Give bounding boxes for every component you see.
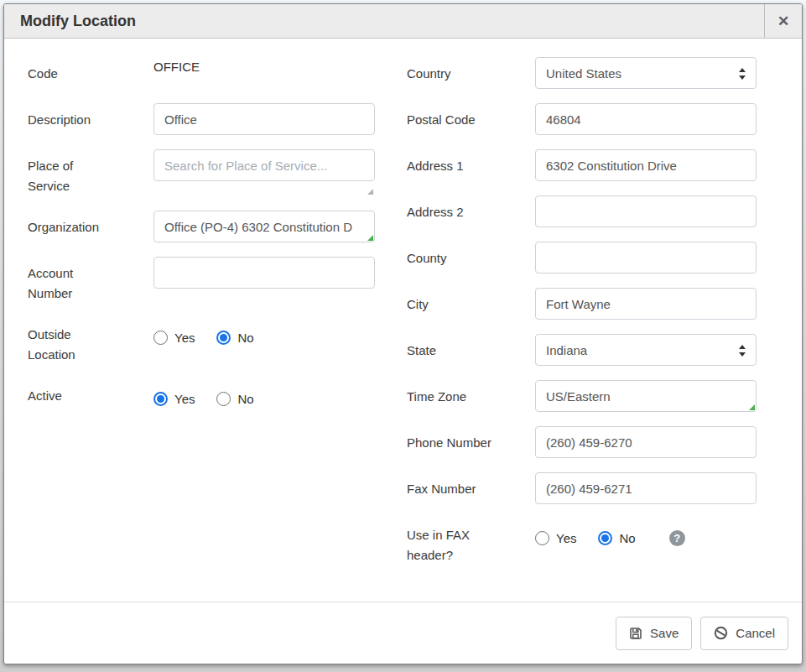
time-zone-row: Time Zone	[407, 380, 757, 412]
active-label: Active	[28, 379, 153, 411]
phone-number-row: Phone Number	[407, 426, 757, 458]
phone-number-label: Phone Number	[407, 426, 535, 458]
county-label: County	[407, 242, 535, 273]
place-of-service-row: Place of Service	[28, 149, 375, 196]
radio-label: No	[237, 331, 253, 345]
dialog-title: Modify Location	[4, 4, 764, 38]
save-icon	[629, 627, 642, 640]
typeahead-corner-icon	[749, 404, 755, 410]
cancel-icon	[714, 626, 728, 640]
place-of-service-label: Place of Service	[28, 149, 153, 196]
description-input[interactable]	[153, 103, 375, 135]
address1-label: Address 1	[407, 149, 535, 181]
county-input[interactable]	[535, 242, 757, 273]
select-arrows-icon	[738, 344, 746, 360]
postal-code-row: Postal Code	[407, 103, 757, 135]
country-row: Country United States	[407, 57, 757, 89]
city-row: City	[407, 288, 757, 320]
use-in-fax-header-row: Use in FAX header? Yes No ?	[407, 518, 757, 565]
modify-location-dialog: Modify Location ✕ Code OFFICE Descriptio…	[3, 3, 803, 664]
typeahead-corner-icon	[367, 189, 373, 195]
country-select-value: United States	[546, 66, 621, 81]
active-yes-option[interactable]: Yes	[153, 392, 195, 406]
select-arrows-icon	[738, 67, 746, 83]
phone-number-input[interactable]	[535, 426, 757, 458]
code-row: Code OFFICE	[28, 57, 375, 89]
organization-input[interactable]	[153, 211, 375, 242]
postal-code-label: Postal Code	[407, 103, 535, 135]
close-button[interactable]: ✕	[764, 4, 802, 38]
city-input[interactable]	[535, 288, 757, 320]
time-zone-label: Time Zone	[407, 380, 535, 412]
address2-label: Address 2	[407, 195, 535, 227]
radio-icon[interactable]	[153, 392, 168, 406]
radio-icon[interactable]	[535, 531, 549, 545]
country-select[interactable]: United States	[535, 57, 757, 89]
cancel-button[interactable]: Cancel	[700, 617, 788, 650]
address1-row: Address 1	[407, 149, 757, 181]
city-label: City	[407, 288, 535, 320]
active-no-option[interactable]: No	[216, 392, 253, 406]
active-radio-group: Yes No	[153, 379, 254, 411]
use-in-fax-header-label: Use in FAX header?	[407, 518, 535, 565]
dialog-body: Code OFFICE Description Place of Service	[4, 39, 802, 602]
radio-icon[interactable]	[216, 331, 231, 345]
address1-input[interactable]	[535, 149, 757, 181]
form-column-left: Code OFFICE Description Place of Service	[28, 57, 375, 602]
outside-location-label: Outside Location	[28, 318, 153, 365]
county-row: County	[407, 242, 757, 273]
fax-number-row: Fax Number	[407, 472, 757, 504]
radio-icon[interactable]	[153, 331, 168, 345]
form-column-right: Country United States Postal Code	[407, 57, 757, 602]
modal-backdrop: Modify Location ✕ Code OFFICE Descriptio…	[0, 0, 806, 672]
save-button-label: Save	[650, 626, 679, 640]
code-label: Code	[28, 57, 153, 89]
address2-row: Address 2	[407, 195, 757, 227]
country-label: Country	[407, 57, 535, 89]
state-row: State Indiana	[407, 334, 757, 366]
use-in-fax-header-yes-option[interactable]: Yes	[535, 531, 576, 545]
account-number-row: Account Number	[28, 257, 375, 304]
address2-input[interactable]	[535, 195, 757, 227]
dialog-footer: Save Cancel	[4, 602, 802, 664]
time-zone-input[interactable]	[535, 380, 757, 412]
description-label: Description	[28, 103, 153, 135]
outside-location-no-option[interactable]: No	[216, 331, 253, 345]
close-icon: ✕	[777, 13, 789, 30]
state-label: State	[407, 334, 535, 366]
organization-label: Organization	[28, 211, 153, 242]
outside-location-yes-option[interactable]: Yes	[153, 331, 195, 345]
account-number-label: Account Number	[28, 257, 153, 304]
outside-location-radio-group: Yes No	[153, 318, 254, 350]
account-number-input[interactable]	[153, 257, 375, 289]
use-in-fax-header-radio-group: Yes No ?	[535, 518, 685, 550]
postal-code-input[interactable]	[535, 103, 757, 135]
radio-label: No	[237, 392, 253, 406]
fax-number-label: Fax Number	[407, 472, 535, 504]
organization-row: Organization	[28, 211, 375, 242]
typeahead-corner-icon	[367, 235, 373, 241]
outside-location-row: Outside Location Yes No	[28, 318, 375, 365]
state-select[interactable]: Indiana	[535, 334, 757, 366]
fax-number-input[interactable]	[535, 472, 757, 504]
dialog-header: Modify Location ✕	[4, 4, 802, 39]
radio-label: No	[619, 531, 635, 545]
radio-icon[interactable]	[216, 392, 231, 406]
state-select-value: Indiana	[546, 343, 587, 357]
description-row: Description	[28, 103, 375, 135]
radio-label: Yes	[174, 392, 195, 406]
use-in-fax-header-no-option[interactable]: No	[598, 531, 635, 545]
radio-label: Yes	[556, 531, 576, 545]
cancel-button-label: Cancel	[736, 626, 775, 640]
active-row: Active Yes No	[28, 379, 375, 411]
code-value: OFFICE	[153, 57, 375, 74]
save-button[interactable]: Save	[616, 617, 692, 650]
radio-label: Yes	[174, 331, 195, 345]
help-icon[interactable]: ?	[669, 530, 685, 546]
radio-icon[interactable]	[598, 531, 612, 545]
place-of-service-input[interactable]	[153, 149, 375, 181]
